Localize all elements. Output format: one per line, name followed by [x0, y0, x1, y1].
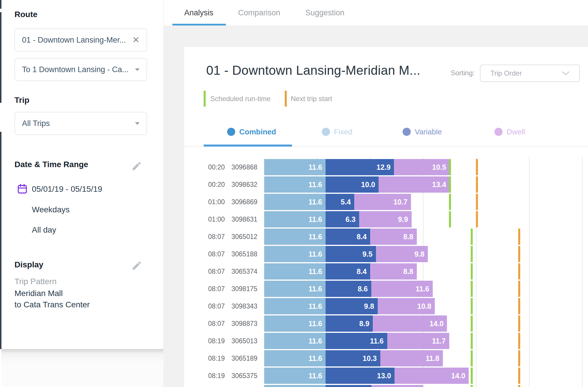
- segment-value-label: 11.6: [308, 285, 322, 293]
- scheduled-runtime-tick: [449, 176, 451, 193]
- trip-row: 08:07306518811.69.59.8: [184, 246, 588, 262]
- trip-time-label: 08:07: [184, 298, 225, 314]
- trip-id-label: 3065188: [231, 246, 258, 262]
- trip-id-label: 3096869: [231, 194, 258, 210]
- bar-segment-dwell[interactable]: 8.8: [370, 263, 417, 280]
- series-tab-variable[interactable]: Variable: [403, 127, 442, 136]
- bar-segment-variable[interactable]: 10.3: [326, 350, 380, 366]
- next-trip-start-tick: [476, 176, 478, 193]
- next-trip-start-tick: [476, 194, 478, 210]
- segment-value-label: 11.6: [308, 320, 322, 328]
- trip-pattern-line2: to Cata Trans Center: [14, 300, 90, 309]
- segment-value-label: 11.6: [308, 267, 322, 276]
- bar-segment-fixed[interactable]: 11.6: [264, 281, 326, 297]
- bar-segment-variable[interactable]: 8.9: [326, 315, 373, 332]
- bar-segment-dwell[interactable]: 11.6: [371, 281, 433, 297]
- segment-value-label: 11.6: [308, 337, 322, 345]
- bar-segment-dwell[interactable]: 14.0: [395, 368, 469, 384]
- scheduled-runtime-legend-swatch: [204, 91, 206, 107]
- bar-segment-variable[interactable]: 10.0: [326, 176, 379, 193]
- segment-value-label: 8.4: [357, 267, 367, 276]
- scheduled-runtime-tick: [449, 159, 451, 175]
- bar-segment-fixed[interactable]: 11.6: [264, 333, 326, 349]
- bar-segment-dwell[interactable]: 13.4: [379, 176, 450, 193]
- direction-select[interactable]: To 1 Downtown Lansing - Ca...: [14, 58, 147, 81]
- next-trip-start-tick: [518, 229, 520, 245]
- bar-segment-dwell[interactable]: 11.7: [387, 333, 449, 349]
- next-trip-start-tick: [518, 385, 520, 387]
- bar-segment-dwell[interactable]: 9.8: [376, 246, 428, 262]
- trip-time-label: 08:19: [184, 350, 225, 366]
- bar-segment-dwell[interactable]: 14.0: [373, 315, 447, 332]
- next-trip-start-tick: [518, 315, 520, 332]
- trip-time-label: 08:07: [184, 263, 225, 280]
- scheduled-runtime-tick: [471, 333, 473, 349]
- bar-segment-fixed[interactable]: 11.6: [264, 176, 326, 193]
- bar-segment-fixed[interactable]: 11.6: [264, 229, 326, 245]
- bar-segment-variable[interactable]: 5.4: [326, 194, 354, 210]
- bar-segment-fixed[interactable]: 11.6: [264, 246, 326, 262]
- sorting-select[interactable]: Trip Order: [480, 65, 580, 82]
- next-trip-start-tick: [518, 333, 520, 349]
- bar-segment-dwell[interactable]: [371, 385, 423, 387]
- clear-route-icon[interactable]: ✕: [132, 36, 140, 44]
- trip-time-label: 08:19: [184, 368, 225, 384]
- trip-time-label: 01:00: [184, 194, 225, 210]
- scheduled-runtime-tick: [471, 229, 473, 245]
- segment-value-label: 14.0: [430, 320, 444, 328]
- next-trip-start-legend-label: Next trip start: [291, 91, 332, 107]
- bar-segment-dwell[interactable]: 10.5: [394, 159, 450, 175]
- trip-row: 00:20309686811.612.910.5: [184, 159, 588, 175]
- trip-time-label: 00:20: [184, 159, 225, 175]
- segment-value-label: 5.4: [341, 198, 351, 206]
- bar-segment-variable[interactable]: 13.0: [326, 368, 395, 384]
- bar-segment-fixed[interactable]: 11.6: [264, 194, 326, 210]
- bar-segment-fixed[interactable]: 11.6: [264, 263, 326, 280]
- scheduled-runtime-tick: [449, 211, 451, 227]
- bar-segment-fixed[interactable]: 11.6: [264, 368, 326, 384]
- bar-segment-fixed[interactable]: 11.6: [264, 315, 326, 332]
- bar-segment-variable[interactable]: 9.8: [326, 298, 377, 314]
- active-tab-underline: [172, 24, 226, 25]
- trip-id-label: 3098343: [231, 298, 258, 314]
- bar-segment-variable[interactable]: 6.3: [326, 211, 359, 227]
- series-tab-fixed[interactable]: Fixed: [322, 127, 353, 136]
- chevron-down-icon: [562, 71, 569, 76]
- bar-segment-fixed[interactable]: 11.6: [264, 159, 326, 175]
- sorting-select-value: Trip Order: [490, 69, 562, 77]
- bar-segment-fixed[interactable]: 11.6: [264, 211, 326, 227]
- sidebar-bottom-shadow: [1, 349, 163, 354]
- edit-display-icon[interactable]: [131, 260, 142, 271]
- bar-segment-dwell[interactable]: 10.7: [354, 194, 411, 210]
- edit-date-range-icon[interactable]: [131, 160, 142, 171]
- bar-segment-variable[interactable]: [326, 385, 371, 387]
- tab-suggestion[interactable]: Suggestion: [305, 0, 344, 25]
- route-select[interactable]: 01 - Downtown Lansing-Mer... ✕: [14, 28, 147, 52]
- trip-select-value: All Trips: [22, 119, 135, 128]
- scheduled-runtime-tick: [471, 350, 473, 366]
- next-trip-start-tick: [518, 298, 520, 314]
- tab-comparison[interactable]: Comparison: [238, 0, 280, 25]
- bar-segment-dwell[interactable]: 11.8: [380, 350, 443, 366]
- tab-analysis[interactable]: Analysis: [184, 0, 213, 25]
- bar-segment-fixed[interactable]: 11.6: [264, 350, 326, 366]
- bar-segment-dwell[interactable]: 9.9: [359, 211, 412, 227]
- caret-down-icon: [135, 122, 140, 125]
- bar-segment-fixed[interactable]: [264, 385, 326, 387]
- bar-segment-variable[interactable]: 8.4: [326, 263, 370, 280]
- bar-segment-dwell[interactable]: 8.8: [370, 229, 417, 245]
- bar-segment-variable[interactable]: 11.6: [326, 333, 387, 349]
- trip-select[interactable]: All Trips: [14, 112, 147, 135]
- analysis-card: 01 - Downtown Lansing-Meridian M... Sort…: [184, 47, 588, 387]
- bar-segment-variable[interactable]: 9.5: [326, 246, 376, 262]
- bar-segment-variable[interactable]: 12.9: [326, 159, 394, 175]
- bar-segment-dwell[interactable]: 10.8: [378, 298, 435, 314]
- trip-time-label: 08:07: [184, 246, 225, 262]
- bar-segment-variable[interactable]: 8.4: [326, 229, 370, 245]
- caret-down-icon: [135, 68, 140, 71]
- trip-row: 00:20309863211.610.013.4: [184, 176, 588, 193]
- series-tab-dwell[interactable]: Dwell: [494, 127, 525, 136]
- bar-segment-variable[interactable]: 8.6: [326, 281, 371, 297]
- series-tab-combined[interactable]: Combined: [227, 127, 276, 136]
- bar-segment-fixed[interactable]: 11.6: [264, 298, 326, 314]
